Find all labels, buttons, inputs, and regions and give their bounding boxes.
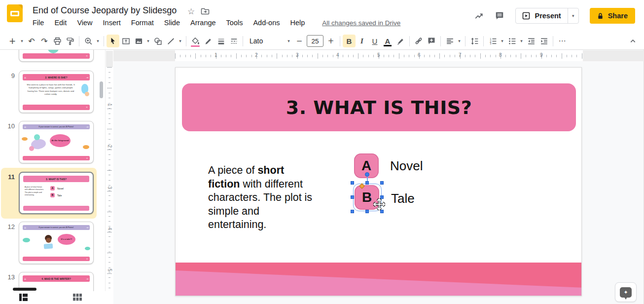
- highlight-color-button[interactable]: [394, 35, 407, 47]
- menu-view[interactable]: View: [77, 19, 92, 27]
- resize-handle-n[interactable]: [365, 181, 369, 185]
- explore-button[interactable]: ✦: [615, 282, 637, 302]
- toolbar-separator: [340, 36, 340, 46]
- redo-button[interactable]: ↷: [38, 35, 51, 47]
- text-box-button[interactable]: [119, 35, 132, 47]
- comment-history-icon[interactable]: [495, 11, 504, 21]
- home-icon: ⌂: [23, 76, 28, 79]
- hruler-label: 4: [336, 52, 339, 58]
- bold-button[interactable]: B: [343, 35, 356, 47]
- border-weight-button[interactable]: [215, 35, 227, 47]
- present-dropdown-caret[interactable]: ▾: [568, 8, 578, 23]
- ruler-gray-zone: [106, 51, 113, 67]
- increase-indent-button[interactable]: [537, 35, 550, 47]
- border-dash-button[interactable]: [227, 35, 240, 47]
- font-size-increase-button[interactable]: +: [324, 35, 337, 47]
- activity-dashboard-icon[interactable]: [474, 11, 484, 20]
- menu-help[interactable]: Help: [290, 19, 305, 27]
- menu-addons[interactable]: Add-ons: [253, 19, 280, 27]
- font-size-input[interactable]: 25: [307, 35, 323, 47]
- insert-link-button[interactable]: [412, 35, 425, 47]
- menu-slide[interactable]: Slide: [164, 19, 180, 27]
- move-folder-icon[interactable]: [201, 7, 210, 15]
- zoom-button[interactable]: [82, 35, 95, 47]
- insert-image-caret[interactable]: ▾: [145, 35, 151, 47]
- grid-view-button[interactable]: [73, 294, 82, 301]
- menu-edit[interactable]: Edit: [54, 19, 67, 27]
- present-button[interactable]: Present: [516, 12, 567, 20]
- resize-handle-w[interactable]: [351, 195, 354, 199]
- insert-image-button[interactable]: [132, 35, 145, 47]
- line-spacing-button[interactable]: [468, 35, 481, 47]
- slide-thumbnail-8-partial[interactable]: »: [19, 50, 94, 62]
- thumb11-banner: 3. WHAT IS THIS?: [23, 176, 89, 182]
- slides-logo-icon[interactable]: [7, 4, 23, 22]
- filmstrip-vertical-scrollbar[interactable]: [100, 81, 103, 98]
- numbered-list-button[interactable]: 1 2 3: [486, 35, 499, 47]
- toolbar-separator: [483, 36, 484, 46]
- toolbar-separator: [440, 36, 441, 46]
- menu-insert[interactable]: Insert: [103, 19, 121, 27]
- resize-handle-s[interactable]: [365, 210, 369, 213]
- option-b-label[interactable]: Tale: [391, 191, 415, 206]
- vruler-label: 5: [107, 269, 112, 275]
- filmstrip-horizontal-scrollbar[interactable]: [13, 288, 36, 291]
- toolbar-separator: [104, 36, 104, 46]
- undo-button[interactable]: ↶: [25, 35, 38, 47]
- star-icon[interactable]: ☆: [187, 6, 195, 16]
- new-slide-button[interactable]: +: [6, 35, 19, 47]
- font-family-select[interactable]: Lato ▾: [246, 35, 293, 47]
- bulleted-list-caret[interactable]: ▾: [518, 35, 525, 47]
- thumb11-option-b-square: B: [50, 193, 55, 197]
- insert-shape-button[interactable]: [151, 35, 164, 47]
- paint-format-button[interactable]: [64, 35, 76, 47]
- hide-menus-button[interactable]: [626, 35, 639, 47]
- select-tool-button[interactable]: [107, 35, 119, 47]
- share-button[interactable]: Share: [590, 8, 635, 24]
- decrease-indent-button[interactable]: [525, 35, 537, 47]
- thumb9-footer: »: [23, 105, 90, 110]
- resize-handle-nw[interactable]: [351, 181, 354, 185]
- menu-tools[interactable]: Tools: [226, 19, 243, 27]
- border-color-button[interactable]: [202, 35, 215, 47]
- insert-line-caret[interactable]: ▾: [177, 35, 183, 47]
- slide-thumbnail-12[interactable]: ⌂ If your answer is correct, you win 20 …: [19, 222, 94, 264]
- slide-body-textbox[interactable]: A piece of short fiction with different …: [208, 164, 316, 232]
- menu-file[interactable]: File: [33, 19, 44, 27]
- align-caret[interactable]: ▾: [456, 35, 463, 47]
- new-slide-caret[interactable]: ▾: [19, 35, 25, 47]
- option-a-label[interactable]: Novel: [390, 158, 423, 174]
- slide-editor[interactable]: 3. WHAT IS THIS? A piece of short fictio…: [175, 67, 582, 296]
- filmstrip-view-button[interactable]: [19, 293, 28, 302]
- text-color-button[interactable]: A: [381, 35, 394, 47]
- document-title[interactable]: End of Course Jeopardy by Slidesgo: [33, 5, 177, 16]
- underline-button[interactable]: U: [368, 35, 381, 47]
- resize-handle-ne[interactable]: [380, 181, 384, 185]
- fill-color-button[interactable]: [189, 35, 202, 47]
- save-status-link[interactable]: All changes saved in Drive: [322, 19, 400, 27]
- thumb11-option-a-label: Novel: [57, 187, 64, 190]
- menu-format[interactable]: Format: [131, 19, 154, 27]
- menu-arrange[interactable]: Arrange: [190, 19, 216, 27]
- italic-button[interactable]: I: [356, 35, 368, 47]
- vruler-label: 4: [107, 228, 112, 233]
- thumb9-character-hand: [85, 92, 89, 96]
- rotation-handle[interactable]: [365, 172, 369, 177]
- resize-handle-sw[interactable]: [351, 210, 354, 213]
- slide-thumbnail-10[interactable]: ⌂ If your answer is correct, you win 20 …: [19, 121, 94, 163]
- bulleted-list-button[interactable]: [505, 35, 518, 47]
- vruler-label: 3: [107, 187, 112, 192]
- slide-title-banner[interactable]: 3. WHAT IS THIS?: [182, 83, 576, 131]
- slide-thumbnail-9[interactable]: ⌂ 2. WHERE IS SHE? → She went to a place…: [19, 71, 94, 113]
- insert-comment-button[interactable]: [425, 35, 438, 47]
- zoom-caret[interactable]: ▾: [95, 35, 101, 47]
- insert-line-button[interactable]: [164, 35, 177, 47]
- print-button[interactable]: [51, 35, 64, 47]
- ruler-ticks: [107, 67, 112, 291]
- font-size-decrease-button[interactable]: −: [293, 35, 306, 47]
- numbered-list-caret[interactable]: ▾: [499, 35, 505, 47]
- slide-thumbnail-11-selected[interactable]: 3. WHAT IS THIS? A piece of short fictio…: [19, 172, 94, 214]
- align-button[interactable]: [443, 35, 456, 47]
- present-label: Present: [535, 12, 561, 20]
- more-options-button[interactable]: ⋯: [556, 35, 569, 47]
